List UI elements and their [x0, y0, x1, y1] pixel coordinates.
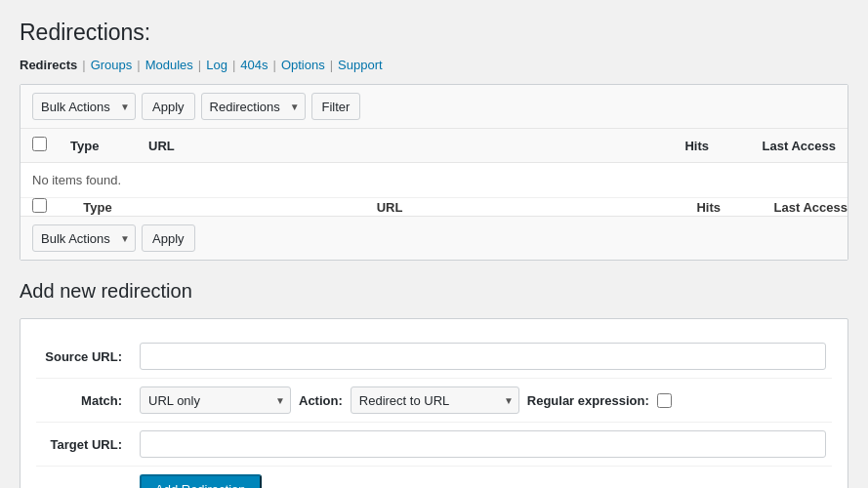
apply-button-bottom[interactable]: Apply	[142, 224, 195, 252]
col-header-type: Type	[59, 129, 137, 163]
match-action-cell: URL only URL and login status URL and re…	[134, 379, 832, 423]
redirections-table-container: Bulk Actions ▼ Apply Redirections ▼ Filt…	[20, 84, 848, 261]
no-items-text: No items found.	[21, 163, 847, 198]
bottom-toolbar: Bulk Actions ▼ Apply	[21, 216, 847, 260]
nav-item-options[interactable]: Options	[281, 58, 325, 72]
nav-item-modules[interactable]: Modules	[145, 58, 193, 72]
bulk-actions-wrapper-bottom: Bulk Actions ▼	[32, 224, 136, 252]
nav-item-404s[interactable]: 404s	[240, 58, 268, 72]
no-items-row: No items found.	[21, 163, 847, 198]
nav-item-log[interactable]: Log	[206, 58, 227, 72]
target-url-label: Target URL:	[36, 423, 134, 467]
col-footer-check	[21, 198, 59, 217]
redirections-table: Type URL Hits Last Access No items found…	[21, 129, 847, 216]
action-label: Action:	[299, 393, 343, 408]
target-url-input[interactable]	[140, 430, 826, 458]
col-footer-type: Type	[59, 198, 137, 217]
nav-item-groups[interactable]: Groups	[91, 58, 133, 72]
bulk-actions-select-bottom[interactable]: Bulk Actions	[32, 224, 136, 252]
page-title: Redirections:	[20, 20, 848, 46]
bulk-actions-select-top[interactable]: Bulk Actions	[32, 93, 136, 120]
regex-checkbox[interactable]	[657, 393, 672, 408]
match-action-row: Match: URL only URL and login status URL…	[36, 379, 832, 423]
nav-item-support[interactable]: Support	[338, 58, 383, 72]
source-url-cell	[134, 335, 832, 379]
bulk-actions-wrapper-top: Bulk Actions ▼	[32, 93, 136, 120]
add-redirection-section: Add new redirection Source URL: Match: U…	[20, 280, 848, 488]
submit-row: Add Redirection	[36, 467, 832, 489]
col-header-last-access: Last Access	[721, 129, 847, 163]
col-header-hits: Hits	[642, 129, 721, 163]
col-header-url: URL	[137, 129, 642, 163]
col-footer-last-access: Last Access	[721, 198, 847, 217]
apply-button-top[interactable]: Apply	[142, 93, 195, 120]
action-select[interactable]: Redirect to URL Redirect to random post …	[351, 386, 519, 414]
select-all-checkbox-top[interactable]	[32, 137, 47, 151]
match-select-wrapper: URL only URL and login status URL and re…	[140, 386, 291, 414]
match-select[interactable]: URL only URL and login status URL and re…	[140, 386, 291, 414]
match-label: Match:	[36, 379, 134, 423]
action-select-wrapper: Redirect to URL Redirect to random post …	[351, 386, 519, 414]
view-select-wrapper: Redirections ▼	[201, 93, 306, 120]
col-footer-hits: Hits	[642, 198, 721, 217]
nav-item-redirects[interactable]: Redirects	[20, 58, 77, 72]
form-table: Source URL: Match: URL only URL and logi…	[36, 335, 832, 488]
col-footer-url: URL	[137, 198, 642, 217]
nav-links: Redirects | Groups | Modules | Log | 404…	[20, 58, 848, 72]
regex-label: Regular expression:	[527, 393, 649, 408]
source-url-input[interactable]	[140, 343, 826, 370]
filter-button[interactable]: Filter	[311, 93, 361, 120]
top-toolbar: Bulk Actions ▼ Apply Redirections ▼ Filt…	[21, 85, 847, 129]
add-section-title: Add new redirection	[20, 280, 848, 303]
add-redirection-form: Source URL: Match: URL only URL and logi…	[20, 318, 848, 488]
col-header-check	[21, 129, 59, 163]
target-url-row: Target URL:	[36, 423, 832, 467]
view-select[interactable]: Redirections	[201, 93, 306, 120]
match-action-inline: URL only URL and login status URL and re…	[140, 386, 826, 414]
add-redirection-button[interactable]: Add Redirection	[140, 474, 262, 488]
target-url-cell	[134, 423, 832, 467]
source-url-label: Source URL:	[36, 335, 134, 379]
select-all-checkbox-bottom[interactable]	[32, 198, 47, 213]
source-url-row: Source URL:	[36, 335, 832, 379]
